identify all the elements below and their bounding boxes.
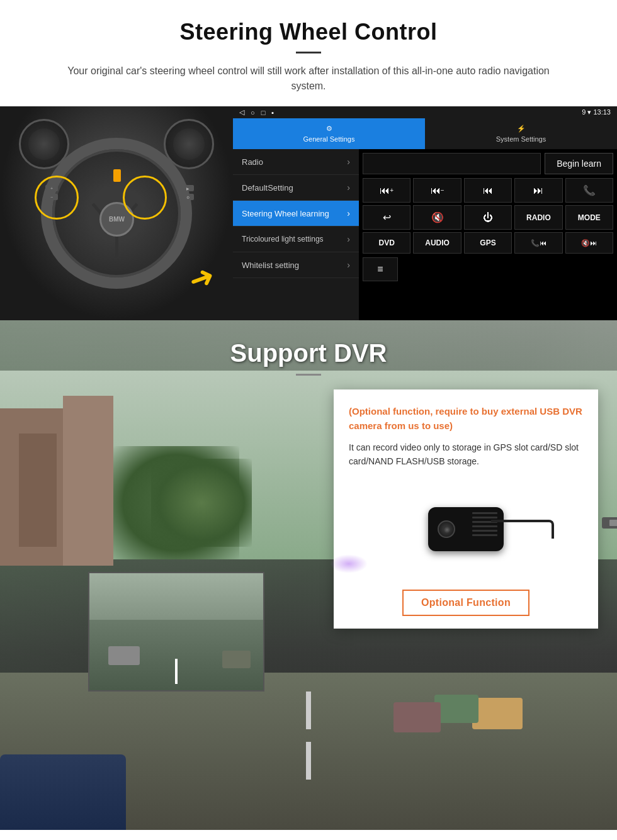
- ui-menu: Radio › DefaultSetting › Steering Wheel …: [233, 149, 359, 320]
- dvr-info-card: (Optional function, require to buy exter…: [334, 389, 598, 629]
- menu-default-label: DefaultSetting: [242, 183, 293, 193]
- dvr-thumbnail: [88, 572, 264, 692]
- dvr-title-block: Support DVR: [0, 320, 617, 382]
- nav-back-icon[interactable]: ◁: [239, 108, 244, 116]
- spacer: [363, 153, 541, 174]
- tab-general-settings[interactable]: ⚙ General Settings: [233, 118, 425, 149]
- arrow-icon: ➜: [184, 257, 220, 298]
- ui-body: Radio › DefaultSetting › Steering Wheel …: [233, 149, 617, 320]
- menu-item-radio[interactable]: Radio ›: [233, 149, 359, 175]
- nav-home-icon[interactable]: ○: [251, 109, 255, 116]
- usb-plug: [602, 517, 617, 529]
- dvr-camera-illustration: [349, 479, 583, 580]
- nav-recent-icon[interactable]: □: [261, 109, 266, 116]
- chevron-right-icon: ›: [347, 157, 350, 167]
- begin-learn-row: Begin learn: [363, 153, 613, 174]
- menu-tricoloured-label: Tricoloured light settings: [242, 235, 324, 244]
- ctrl-mode[interactable]: MODE: [565, 205, 613, 230]
- highlight-circle-right: [123, 176, 167, 220]
- steering-section: Steering Wheel Control Your original car…: [0, 0, 617, 94]
- steering-photo: BMW + − ▶ ⚙ ➜: [0, 106, 233, 320]
- ctrl-phone-prev[interactable]: 📞⏮: [514, 232, 562, 254]
- light-glow: [330, 554, 368, 573]
- chevron-right-icon: ›: [347, 260, 350, 270]
- dvr-section: Support DVR (Optional function, require …: [0, 320, 617, 830]
- chevron-right-icon: ›: [347, 208, 350, 218]
- steering-photo-inner: BMW + − ▶ ⚙ ➜: [0, 106, 233, 320]
- gear-icon: ⚙: [326, 125, 332, 133]
- general-settings-label: General Settings: [303, 135, 355, 143]
- ctrl-phone[interactable]: 📞: [565, 178, 613, 203]
- controls-grid: ⏮+ ⏮− ⏮ ⏭ 📞 ↩ 🔇 ⏻ RADIO MODE DVD AUDIO G…: [363, 178, 613, 254]
- menu-item-default[interactable]: DefaultSetting ›: [233, 175, 359, 201]
- ctrl-gps[interactable]: GPS: [464, 232, 512, 254]
- extra-row: ≡: [363, 257, 613, 281]
- steering-title: Steering Wheel Control: [25, 19, 592, 45]
- menu-radio-label: Radio: [242, 157, 263, 167]
- ctrl-dvd[interactable]: DVD: [363, 232, 410, 254]
- ctrl-extra[interactable]: ≡: [363, 257, 398, 281]
- system-settings-label: System Settings: [496, 135, 546, 143]
- ctrl-audio[interactable]: AUDIO: [413, 232, 461, 254]
- tab-system-settings[interactable]: ⚡ System Settings: [425, 118, 617, 149]
- ctrl-mute[interactable]: 🔇: [413, 205, 461, 230]
- ctrl-vol-down[interactable]: ⏮−: [413, 178, 461, 203]
- chevron-right-icon: ›: [347, 234, 350, 244]
- title-divider: [296, 52, 321, 53]
- ctrl-vol-up[interactable]: ⏮+: [363, 178, 410, 203]
- dvr-title: Support DVR: [0, 339, 617, 367]
- dvr-divider: [296, 374, 321, 376]
- chevron-right-icon: ›: [347, 182, 350, 193]
- system-icon: ⚡: [517, 125, 526, 133]
- dvr-optional-text: (Optional function, require to buy exter…: [349, 405, 583, 433]
- camera-cable: [491, 520, 554, 539]
- menu-item-tricoloured[interactable]: Tricoloured light settings ›: [233, 227, 359, 252]
- ctrl-prev-track[interactable]: ⏮: [464, 178, 512, 203]
- begin-learn-button[interactable]: Begin learn: [545, 153, 613, 174]
- steering-content: BMW + − ▶ ⚙ ➜ ◁ ○ □ ▪ 9: [0, 106, 617, 320]
- menu-item-steering[interactable]: Steering Wheel learning ›: [233, 201, 359, 227]
- menu-item-whitelist[interactable]: Whitelist setting ›: [233, 252, 359, 278]
- thumbnail-road-line: [175, 659, 178, 684]
- menu-whitelist-label: Whitelist setting: [242, 260, 299, 270]
- steering-subtitle: Your original car's steering wheel contr…: [50, 64, 567, 94]
- status-time: 9 ▾ 13:13: [582, 108, 611, 116]
- nav-menu-icon[interactable]: ▪: [271, 109, 274, 116]
- settings-tabs: ⚙ General Settings ⚡ System Settings: [233, 118, 617, 149]
- ctrl-next-track[interactable]: ⏭: [514, 178, 562, 203]
- ctrl-power[interactable]: ⏻: [464, 205, 512, 230]
- ctrl-radio[interactable]: RADIO: [514, 205, 562, 230]
- ui-right-panel: Begin learn ⏮+ ⏮− ⏮ ⏭ 📞 ↩ 🔇 ⏻ RADIO MODE…: [359, 149, 617, 320]
- dvr-desc-text: It can record video only to storage in G…: [349, 440, 583, 469]
- dvr-camera-body: [428, 507, 504, 551]
- ctrl-mute-next[interactable]: 🔇⏭: [565, 232, 613, 254]
- menu-steering-label: Steering Wheel learning: [242, 209, 329, 218]
- ctrl-hangup[interactable]: ↩: [363, 205, 410, 230]
- status-bar: ◁ ○ □ ▪ 9 ▾ 13:13: [233, 106, 617, 118]
- camera-lens: [438, 520, 455, 538]
- optional-function-button[interactable]: Optional Function: [402, 590, 529, 616]
- ui-panel: ◁ ○ □ ▪ 9 ▾ 13:13 ⚙ General Settings ⚡ S…: [233, 106, 617, 320]
